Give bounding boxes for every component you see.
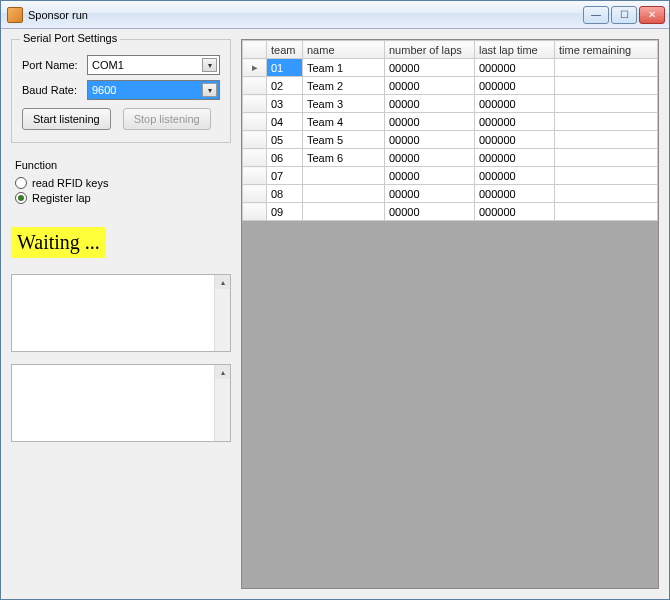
- cell-name[interactable]: Team 3: [303, 95, 385, 113]
- row-header[interactable]: [243, 149, 267, 167]
- cell-last[interactable]: 000000: [475, 185, 555, 203]
- left-column: Serial Port Settings Port Name: COM1 ▾ B…: [11, 39, 231, 589]
- cell-name[interactable]: Team 4: [303, 113, 385, 131]
- col-header-laps[interactable]: number of laps: [385, 41, 475, 59]
- chevron-down-icon[interactable]: ▾: [202, 58, 217, 72]
- log-textarea-1[interactable]: ▴: [11, 274, 231, 352]
- table-row[interactable]: 06Team 600000000000: [243, 149, 658, 167]
- table-row[interactable]: 03Team 300000000000: [243, 95, 658, 113]
- cell-name[interactable]: Team 5: [303, 131, 385, 149]
- row-header[interactable]: [243, 185, 267, 203]
- radio-icon: [15, 192, 27, 204]
- port-name-label: Port Name:: [22, 59, 87, 71]
- row-header[interactable]: [243, 167, 267, 185]
- cell-last[interactable]: 000000: [475, 77, 555, 95]
- scroll-up-icon[interactable]: ▴: [215, 275, 230, 289]
- maximize-button[interactable]: ☐: [611, 6, 637, 24]
- cell-team[interactable]: 03: [267, 95, 303, 113]
- table-row[interactable]: 04Team 400000000000: [243, 113, 658, 131]
- cell-rem[interactable]: [555, 131, 658, 149]
- table-row[interactable]: 0900000000000: [243, 203, 658, 221]
- cell-team[interactable]: 05: [267, 131, 303, 149]
- app-icon: [7, 7, 23, 23]
- row-header[interactable]: [243, 95, 267, 113]
- cell-laps[interactable]: 00000: [385, 113, 475, 131]
- port-name-value: COM1: [92, 59, 124, 71]
- cell-last[interactable]: 000000: [475, 203, 555, 221]
- cell-name[interactable]: [303, 185, 385, 203]
- cell-rem[interactable]: [555, 167, 658, 185]
- cell-last[interactable]: 000000: [475, 113, 555, 131]
- stop-listening-button: Stop listening: [123, 108, 211, 130]
- cell-team[interactable]: 04: [267, 113, 303, 131]
- scrollbar[interactable]: ▴: [214, 275, 230, 351]
- cell-laps[interactable]: 00000: [385, 167, 475, 185]
- table-row[interactable]: 02Team 200000000000: [243, 77, 658, 95]
- cell-laps[interactable]: 00000: [385, 185, 475, 203]
- client-area: Serial Port Settings Port Name: COM1 ▾ B…: [1, 29, 669, 599]
- cell-laps[interactable]: 00000: [385, 149, 475, 167]
- scrollbar[interactable]: ▴: [214, 365, 230, 441]
- cell-team[interactable]: 06: [267, 149, 303, 167]
- data-grid-panel: team name number of laps last lap time t…: [241, 39, 659, 589]
- cell-team[interactable]: 07: [267, 167, 303, 185]
- cell-laps[interactable]: 00000: [385, 203, 475, 221]
- cell-team[interactable]: 01: [267, 59, 303, 77]
- cell-laps[interactable]: 00000: [385, 131, 475, 149]
- radio-register-lap[interactable]: Register lap: [15, 192, 231, 204]
- cell-name[interactable]: [303, 203, 385, 221]
- cell-name[interactable]: Team 2: [303, 77, 385, 95]
- col-header-rem[interactable]: time remaining: [555, 41, 658, 59]
- scroll-up-icon[interactable]: ▴: [215, 365, 230, 379]
- cell-last[interactable]: 000000: [475, 59, 555, 77]
- cell-rem[interactable]: [555, 149, 658, 167]
- cell-name[interactable]: Team 1: [303, 59, 385, 77]
- cell-rem[interactable]: [555, 113, 658, 131]
- baud-rate-combo[interactable]: 9600 ▾: [87, 80, 220, 100]
- cell-laps[interactable]: 00000: [385, 77, 475, 95]
- cell-name[interactable]: Team 6: [303, 149, 385, 167]
- table-row[interactable]: 0700000000000: [243, 167, 658, 185]
- port-name-combo[interactable]: COM1 ▾: [87, 55, 220, 75]
- row-header[interactable]: ▸: [243, 59, 267, 77]
- cell-rem[interactable]: [555, 185, 658, 203]
- window-frame: Sponsor run — ☐ ✕ Serial Port Settings P…: [0, 0, 670, 600]
- radio-read-rfid[interactable]: read RFID keys: [15, 177, 231, 189]
- cell-rem[interactable]: [555, 77, 658, 95]
- cell-name[interactable]: [303, 167, 385, 185]
- log-textarea-2[interactable]: ▴: [11, 364, 231, 442]
- cell-last[interactable]: 000000: [475, 131, 555, 149]
- cell-last[interactable]: 000000: [475, 95, 555, 113]
- radio-icon: [15, 177, 27, 189]
- cell-team[interactable]: 02: [267, 77, 303, 95]
- start-listening-button[interactable]: Start listening: [22, 108, 111, 130]
- titlebar[interactable]: Sponsor run — ☐ ✕: [1, 1, 669, 29]
- close-button[interactable]: ✕: [639, 6, 665, 24]
- cell-last[interactable]: 000000: [475, 149, 555, 167]
- window-title: Sponsor run: [28, 9, 583, 21]
- col-header-team[interactable]: team: [267, 41, 303, 59]
- cell-rem[interactable]: [555, 59, 658, 77]
- col-header-name[interactable]: name: [303, 41, 385, 59]
- row-header[interactable]: [243, 131, 267, 149]
- col-header-last[interactable]: last lap time: [475, 41, 555, 59]
- teams-grid[interactable]: team name number of laps last lap time t…: [242, 40, 658, 221]
- row-header[interactable]: [243, 113, 267, 131]
- cell-rem[interactable]: [555, 95, 658, 113]
- minimize-button[interactable]: —: [583, 6, 609, 24]
- table-row[interactable]: 05Team 500000000000: [243, 131, 658, 149]
- cell-last[interactable]: 000000: [475, 167, 555, 185]
- row-header[interactable]: [243, 77, 267, 95]
- cell-laps[interactable]: 00000: [385, 59, 475, 77]
- radio-read-label: read RFID keys: [32, 177, 108, 189]
- row-header[interactable]: [243, 203, 267, 221]
- cell-team[interactable]: 08: [267, 185, 303, 203]
- chevron-down-icon[interactable]: ▾: [202, 83, 217, 97]
- table-row[interactable]: ▸01Team 100000000000: [243, 59, 658, 77]
- cell-team[interactable]: 09: [267, 203, 303, 221]
- cell-rem[interactable]: [555, 203, 658, 221]
- baud-rate-value: 9600: [92, 84, 116, 96]
- table-row[interactable]: 0800000000000: [243, 185, 658, 203]
- grid-corner[interactable]: [243, 41, 267, 59]
- cell-laps[interactable]: 00000: [385, 95, 475, 113]
